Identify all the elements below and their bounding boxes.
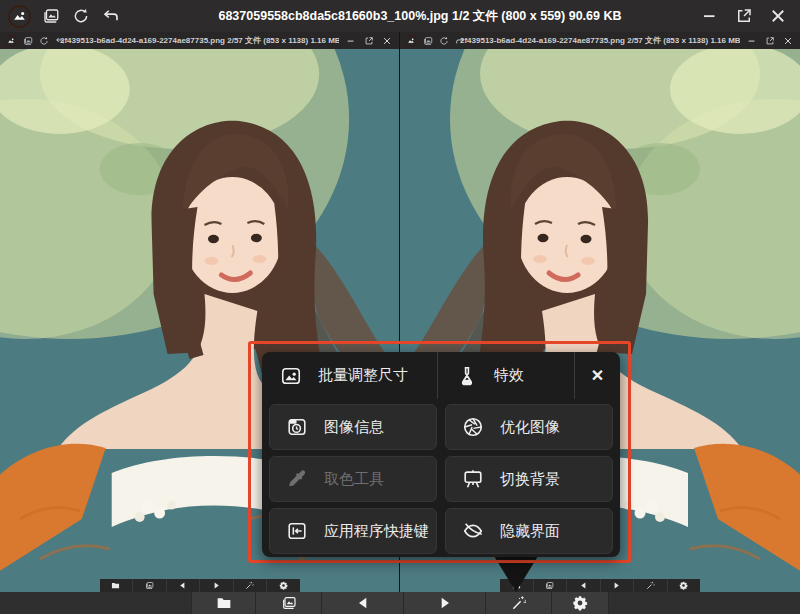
menu-item-label: 取色工具: [324, 470, 384, 489]
minimize-icon[interactable]: [700, 6, 720, 26]
minimize-icon[interactable]: [746, 35, 757, 46]
menu-item-label: 图像信息: [324, 418, 384, 437]
gallery-icon[interactable]: [422, 35, 433, 46]
popout-icon[interactable]: [363, 35, 374, 46]
previous-image-icon[interactable]: [567, 579, 601, 592]
menu-item-label: 优化图像: [500, 418, 560, 437]
pane-left-titlebar: 2f439513-b6ad-4d24-a169-2274ae87735.png …: [0, 32, 399, 49]
popup-menu-grid: 图像信息 优化图像 取色工具 切换背景 应用程序快捷键 隐藏界面: [262, 399, 620, 561]
easel-icon: [461, 467, 485, 491]
refresh-icon[interactable]: [38, 35, 49, 46]
menu-item-color-picker: 取色工具: [269, 456, 437, 502]
refresh-icon[interactable]: [438, 35, 449, 46]
resize-image-icon: [279, 364, 303, 388]
close-icon[interactable]: [381, 35, 392, 46]
open-folder-icon[interactable]: [100, 579, 134, 592]
pane-left-title: 2f439513-b6ad-4d24-a169-2274ae87735.png …: [60, 35, 339, 46]
app-logo-icon: [8, 5, 31, 28]
open-folder-button[interactable]: [191, 592, 255, 614]
gallery-icon[interactable]: [22, 35, 33, 46]
app-logo-icon: [5, 35, 17, 47]
pane-left-controls: [345, 35, 394, 46]
close-icon[interactable]: [782, 35, 793, 46]
menu-item-label: 切换背景: [500, 470, 560, 489]
titlebar-left-icons: [8, 5, 121, 28]
menu-item-effects[interactable]: 特效: [438, 352, 575, 399]
previous-image-icon: [355, 595, 371, 611]
next-image-icon[interactable]: [601, 579, 635, 592]
menu-item-optimize-image[interactable]: 优化图像: [445, 404, 613, 450]
magic-wand-icon: [511, 595, 527, 611]
magic-wand-icon[interactable]: [634, 579, 668, 592]
popout-icon[interactable]: [764, 35, 775, 46]
popup-close-button[interactable]: ✕: [575, 352, 620, 399]
browse-images-icon[interactable]: [133, 579, 167, 592]
pane-right-title: 2f439513-b6ad-4d24-a169-2274ae87735.png …: [460, 35, 740, 46]
pane-right-controls: [746, 35, 795, 46]
aperture-icon: [461, 415, 485, 439]
settings-button[interactable]: [551, 592, 609, 614]
close-icon[interactable]: [768, 6, 788, 26]
next-image-icon[interactable]: [200, 579, 234, 592]
eyedropper-icon: [285, 467, 309, 491]
browse-images-icon[interactable]: [534, 579, 568, 592]
window-controls: [700, 6, 792, 26]
browse-images-icon: [281, 595, 297, 611]
menu-item-toggle-background[interactable]: 切换背景: [445, 456, 613, 502]
magic-wand-icon[interactable]: [234, 579, 268, 592]
app-logo-icon: [405, 35, 417, 47]
menu-item-label: 隐藏界面: [500, 522, 560, 541]
menu-item-label: 特效: [494, 366, 524, 385]
pane-right-titlebar: 2f439513-b6ad-4d24-a169-2274ae87735.png …: [400, 32, 800, 49]
refresh-icon[interactable]: [71, 6, 91, 26]
settings-gear-icon: [572, 595, 588, 611]
menu-item-batch-resize[interactable]: 批量调整尺寸: [262, 352, 438, 399]
gallery-icon[interactable]: [41, 6, 61, 26]
settings-gear-icon[interactable]: [668, 579, 701, 592]
tools-popup-menu: 批量调整尺寸 特效 ✕ 图像信息 优化图像 取色工具 切换: [262, 352, 620, 557]
menu-item-label: 批量调整尺寸: [318, 366, 408, 385]
popup-header-row: 批量调整尺寸 特效 ✕: [262, 352, 620, 399]
shortcut-key-icon: [285, 519, 309, 543]
settings-gear-icon[interactable]: [267, 579, 300, 592]
menu-item-app-shortcuts[interactable]: 应用程序快捷键: [269, 508, 437, 554]
next-image-button[interactable]: [403, 592, 485, 614]
app-window: 6837059558cb8da5c81660b3_100%.jpg 1/2 文件…: [0, 0, 800, 614]
main-titlebar: 6837059558cb8da5c81660b3_100%.jpg 1/2 文件…: [0, 0, 800, 32]
previous-image-button[interactable]: [321, 592, 403, 614]
open-folder-icon: [216, 595, 232, 611]
minimize-icon[interactable]: [345, 35, 356, 46]
flask-icon: [455, 364, 479, 388]
window-title: 6837059558cb8da5c81660b3_100%.jpg 1/2 文件…: [150, 8, 690, 25]
eye-off-icon: [461, 519, 485, 543]
menu-item-label: 应用程序快捷键: [324, 522, 429, 541]
popup-tail-pointer: [494, 556, 538, 592]
image-info-icon: [285, 415, 309, 439]
undo-icon[interactable]: [101, 6, 121, 26]
pane-left-toolbar: [100, 579, 300, 592]
browse-images-button[interactable]: [255, 592, 321, 614]
next-image-icon: [437, 595, 453, 611]
popout-icon[interactable]: [734, 6, 754, 26]
magic-wand-button[interactable]: [485, 592, 551, 614]
menu-item-hide-interface[interactable]: 隐藏界面: [445, 508, 613, 554]
menu-item-image-info[interactable]: 图像信息: [269, 404, 437, 450]
previous-image-icon[interactable]: [167, 579, 201, 592]
main-toolbar: [0, 592, 800, 614]
